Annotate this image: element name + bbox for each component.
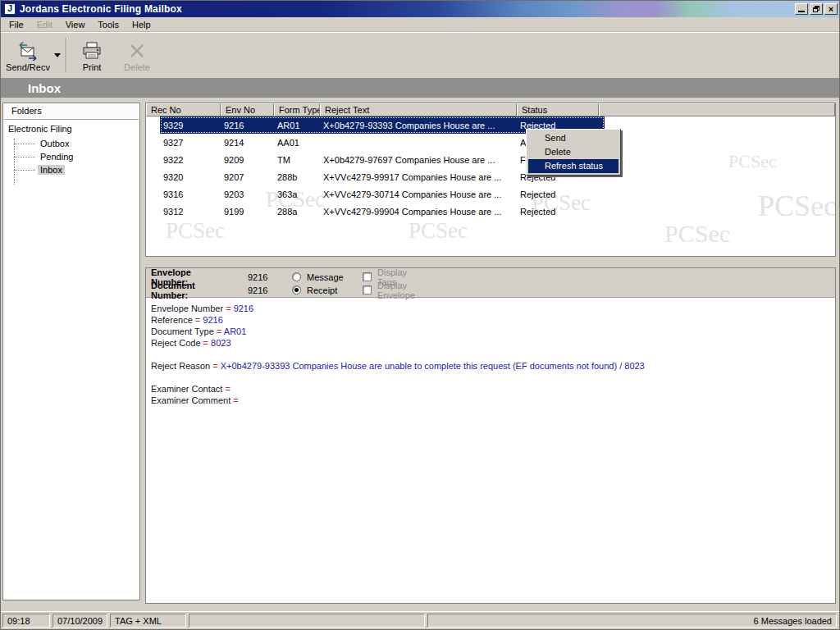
menu-edit: Edit	[30, 18, 59, 31]
cell-form-type: 363a	[274, 189, 320, 199]
table-row[interactable]: 9316 9203 363a X+VVc4279-30714 Companies…	[146, 185, 835, 203]
detail-blank-line	[151, 372, 835, 383]
print-icon	[81, 41, 103, 61]
table-row[interactable]: 9322 9209 TM X+0b4279-97697 Companies Ho…	[146, 151, 835, 168]
minimize-icon	[798, 11, 805, 12]
pcsec-watermark: PCSec	[166, 218, 225, 244]
cell-env-no: 9203	[221, 189, 274, 199]
list-header-row: Rec No Env No Form Type Reject Text Stat…	[146, 103, 835, 116]
context-menu-refresh-status[interactable]: Refresh status	[528, 159, 619, 173]
cell-rec-no: 9329	[160, 121, 221, 130]
detail-line-reject-code: Reject Code = 8023	[151, 337, 835, 349]
detail-line-reject-reason: Reject Reason = X+0b4279-93393 Companies…	[151, 360, 835, 372]
tree-branch-line	[14, 144, 35, 144]
folder-tree: Electronic Filing Outbox Pending Inbox	[3, 121, 139, 176]
cell-env-no: 9209	[221, 155, 274, 165]
menu-help[interactable]: Help	[126, 18, 158, 31]
cell-rec-no: 9322	[160, 155, 221, 165]
minimize-button[interactable]	[795, 3, 808, 15]
send-recv-button[interactable]: Send/Recv	[4, 36, 52, 74]
tree-item-pending[interactable]: Pending	[3, 150, 139, 163]
detail-line-document-type: Document Type = AR01	[151, 326, 835, 337]
table-row[interactable]: 9329 9216 AR01 X+0b4279-93393 Companies …	[146, 116, 835, 134]
tree-root-electronic-filing[interactable]: Electronic Filing	[3, 124, 139, 137]
cell-env-no: 9214	[221, 138, 274, 148]
print-button[interactable]: Print	[73, 36, 111, 74]
cell-form-type: AR01	[274, 121, 320, 130]
cell-form-type: TM	[274, 155, 320, 165]
message-radio-label: Message	[307, 272, 344, 282]
menu-file[interactable]: File	[2, 18, 30, 31]
column-header-env-no[interactable]: Env No	[221, 103, 274, 116]
cell-reject-text: X+VVc4279-30714 Companies House are ...	[320, 189, 517, 199]
status-message-count: 6 Messages loaded	[427, 614, 837, 628]
close-icon: ×	[829, 4, 833, 14]
print-label: Print	[83, 62, 102, 72]
context-menu: Send Delete Refresh status	[526, 129, 621, 176]
table-row[interactable]: 9312 9199 288a X+VVc4279-99904 Companies…	[146, 203, 835, 220]
detail-line-examiner-comment: Examiner Comment =	[151, 395, 835, 406]
menubar: File Edit View Tools Help	[1, 17, 840, 32]
tree-item-label: Outbox	[38, 139, 71, 148]
context-menu-send[interactable]: Send	[528, 131, 619, 145]
column-header-status[interactable]: Status	[517, 103, 599, 116]
delete-button: Delete	[116, 36, 158, 74]
cell-reject-text: X+VVc4279-99904 Companies House are ...	[320, 207, 517, 217]
status-time: 09:18	[2, 614, 50, 628]
cell-form-type: 288b	[274, 172, 320, 182]
cell-rec-no: 9312	[160, 207, 221, 217]
receipt-radio[interactable]	[292, 285, 301, 294]
status-filler	[189, 614, 425, 628]
tree-branch-line	[14, 170, 35, 171]
inbox-banner: Inbox	[1, 78, 840, 98]
tree-item-outbox[interactable]: Outbox	[3, 137, 139, 150]
tree-branch-line	[14, 157, 35, 158]
column-header-reject-text[interactable]: Reject Text	[320, 103, 517, 116]
cell-reject-text: X+0b4279-93393 Companies House are ...	[320, 121, 517, 130]
delete-x-icon	[127, 41, 147, 61]
tree-item-inbox[interactable]: Inbox	[3, 163, 139, 176]
cell-form-type: 288a	[274, 207, 320, 217]
statusbar: 09:18 07/10/2009 TAG + XML 6 Messages lo…	[1, 611, 840, 629]
pcsec-watermark: PCSec	[409, 218, 468, 244]
cell-rec-no: 9320	[160, 172, 221, 182]
column-header-form-type[interactable]: Form Type	[274, 103, 320, 116]
table-row[interactable]: 9320 9207 288b X+VVc4279-99917 Companies…	[146, 168, 835, 185]
status-date: 07/10/2009	[52, 614, 107, 628]
document-number-value: 9216	[248, 285, 267, 295]
restore-icon	[813, 6, 819, 12]
column-header-rec-no[interactable]: Rec No	[146, 103, 221, 116]
message-radio[interactable]	[292, 272, 301, 281]
cell-reject-text: X+VVc4279-99917 Companies House are ...	[320, 172, 517, 182]
detail-line-examiner-contact: Examiner Contact =	[151, 383, 835, 395]
cell-form-type: AA01	[274, 138, 320, 148]
window-controls: ×	[795, 3, 838, 15]
message-detail-panel: Envelope Number: 9216 Message Display Ta…	[145, 267, 836, 604]
menu-tools[interactable]: Tools	[91, 18, 126, 31]
cell-reject-text: X+0b4279-97697 Companies House are ...	[320, 155, 517, 165]
send-recv-dropdown-button[interactable]	[52, 48, 63, 62]
folders-sidebar: Folders Electronic Filing Outbox Pending…	[2, 103, 140, 600]
cell-rec-no: 9327	[160, 138, 221, 148]
cell-env-no: 9207	[221, 172, 274, 182]
banner-title: Inbox	[28, 81, 61, 95]
detail-line-envelope-number: Envelope Number = 9216	[151, 303, 835, 314]
menu-view[interactable]: View	[59, 18, 92, 31]
cell-status: Rejected	[517, 189, 599, 199]
pcsec-watermark: PCSec	[664, 220, 730, 248]
context-menu-delete[interactable]: Delete	[528, 145, 619, 159]
close-button[interactable]: ×	[824, 3, 838, 15]
detail-header: Envelope Number: 9216 Message Display Ta…	[146, 268, 835, 298]
display-tags-checkbox	[363, 272, 372, 281]
delete-label: Delete	[124, 62, 150, 72]
restore-button[interactable]	[810, 3, 823, 15]
detail-blank-line	[151, 349, 835, 360]
table-row[interactable]: 9327 9214 AA01 Accepted	[146, 134, 835, 151]
column-header-filler	[599, 103, 835, 116]
message-rows: 9329 9216 AR01 X+0b4279-93393 Companies …	[146, 116, 835, 220]
detail-body: Envelope Number = 9216 Reference = 9216 …	[146, 298, 835, 603]
folders-header: Folders	[4, 104, 139, 120]
toolbar-separator	[66, 38, 67, 72]
tree-connector-line	[14, 139, 15, 185]
message-list-panel: PCSec PCSec PCSec PCSec PCSec PCSec PCSe…	[145, 103, 836, 257]
